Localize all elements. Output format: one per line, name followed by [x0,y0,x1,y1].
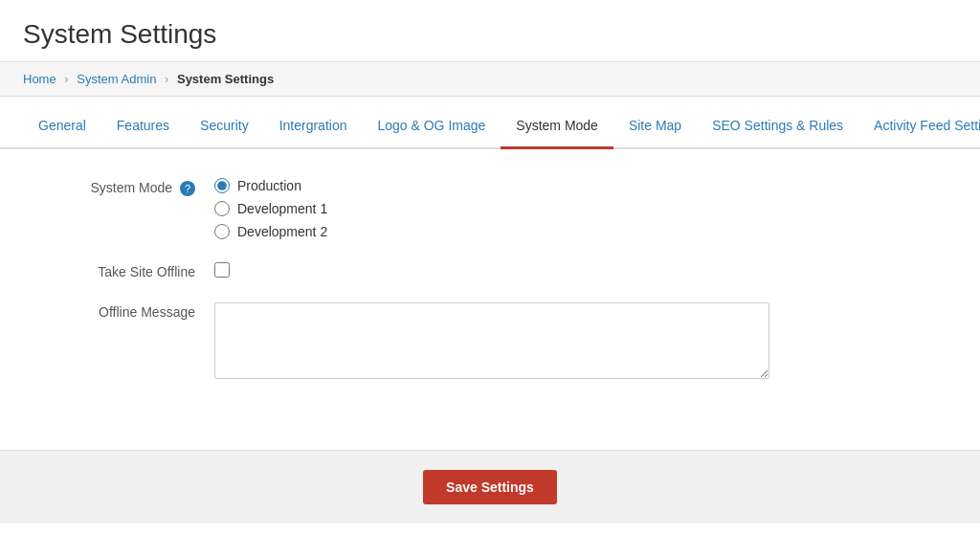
take-offline-row: Take Site Offline [23,262,884,279]
breadcrumb: Home › System Admin › System Settings [0,61,980,97]
tab-activity-feed[interactable]: Activity Feed Settings [858,104,980,149]
radio-option-production[interactable]: Production [214,178,327,193]
radio-label-development2: Development 2 [237,224,327,239]
tab-site-map[interactable]: Site Map [613,104,697,149]
page-title: System Settings [0,0,980,61]
system-mode-label: System Mode ? [23,178,214,196]
radio-production[interactable] [214,178,230,193]
tabs-nav: GeneralFeaturesSecurityIntergrationLogo … [0,104,980,149]
take-offline-checkbox[interactable] [214,262,230,278]
breadcrumb-current: System Settings [177,72,274,86]
breadcrumb-home[interactable]: Home [23,72,56,86]
help-icon[interactable]: ? [180,181,195,196]
take-offline-checkbox-wrapper [214,262,230,278]
tab-general[interactable]: General [23,104,101,149]
radio-option-development1[interactable]: Development 1 [214,201,327,216]
tab-security[interactable]: Security [185,104,264,149]
save-settings-button[interactable]: Save Settings [423,470,557,504]
radio-development1[interactable] [214,201,230,216]
tab-seo-settings[interactable]: SEO Settings & Rules [697,104,858,149]
tab-system-mode[interactable]: System Mode [501,104,613,149]
breadcrumb-sep-1: › [64,72,68,86]
offline-message-row: Offline Message [23,302,884,379]
form-section: System Mode ? ProductionDevelopment 1Dev… [23,178,884,379]
radio-label-development1: Development 1 [237,201,327,216]
take-offline-label: Take Site Offline [23,262,214,279]
radio-development2[interactable] [214,224,230,239]
offline-message-textarea[interactable] [214,302,769,379]
system-mode-row: System Mode ? ProductionDevelopment 1Dev… [23,178,884,239]
footer-bar: Save Settings [0,450,980,524]
radio-group-system-mode: ProductionDevelopment 1Development 2 [214,178,327,239]
breadcrumb-sep-2: › [165,72,168,86]
tab-integration[interactable]: Intergration [264,104,363,149]
offline-message-label: Offline Message [23,302,214,320]
radio-option-development2[interactable]: Development 2 [214,224,327,239]
tab-features[interactable]: Features [101,104,185,149]
breadcrumb-admin[interactable]: System Admin [77,72,156,86]
radio-label-production: Production [237,178,301,193]
content-area: System Mode ? ProductionDevelopment 1Dev… [0,149,980,431]
tab-logo-og[interactable]: Logo & OG Image [362,104,501,149]
